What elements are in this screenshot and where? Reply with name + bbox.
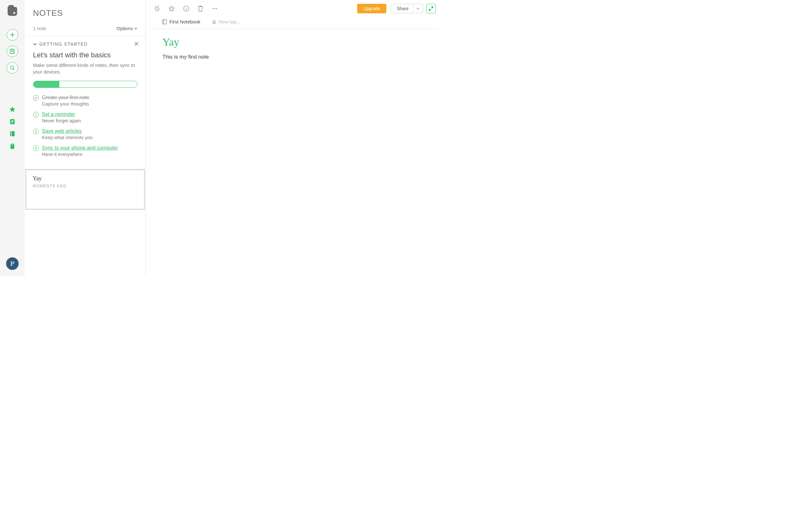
search-button[interactable] <box>7 62 18 73</box>
share-label: Share <box>397 6 409 11</box>
notes-icon[interactable] <box>9 118 15 125</box>
svg-rect-6 <box>10 131 14 136</box>
share-dropdown-toggle[interactable] <box>413 4 420 13</box>
share-button[interactable]: Share <box>391 4 423 13</box>
step-number-icon: 2 <box>33 112 39 118</box>
progress-fill <box>33 81 59 88</box>
more-icon[interactable] <box>211 5 218 12</box>
step-subtitle: Keep what interests you <box>42 135 137 140</box>
svg-point-8 <box>12 145 13 146</box>
trash-icon[interactable] <box>197 5 204 12</box>
svg-rect-14 <box>163 20 166 24</box>
note-count-label: 1 note <box>33 26 46 31</box>
upgrade-label: Upgrade <box>363 6 380 11</box>
notes-title: NOTES <box>33 8 137 18</box>
notes-header: NOTES <box>25 0 146 21</box>
avatar-letter: P <box>10 260 14 268</box>
getting-started-step: Create your first noteCapture your thoug… <box>33 95 137 107</box>
svg-point-15 <box>213 20 214 21</box>
editor-toolbar: Upgrade Share <box>146 0 442 16</box>
editor-body[interactable]: Yay This is my first note <box>146 29 442 67</box>
svg-rect-3 <box>11 120 14 121</box>
notebook-selector[interactable]: First Notebook <box>162 19 200 24</box>
notebooks-icon[interactable] <box>9 130 15 137</box>
new-notebook-button[interactable] <box>7 46 18 57</box>
step-number-icon: 3 <box>33 129 39 134</box>
svg-point-1 <box>10 66 14 69</box>
note-list-item[interactable]: Yay MOMENTS AGO <box>26 169 145 210</box>
step-title[interactable]: Set a reminder <box>42 112 137 117</box>
notes-column: NOTES 1 note Options GETTING STARTED Let… <box>25 0 146 276</box>
getting-started-step[interactable]: 3Save web articlesKeep what interests yo… <box>33 128 137 140</box>
shortcuts-icon[interactable] <box>9 106 16 113</box>
note-item-time: MOMENTS AGO <box>33 184 138 188</box>
getting-started-step[interactable]: 2Set a reminderNever forget again <box>33 112 137 123</box>
svg-point-11 <box>212 8 214 9</box>
svg-rect-5 <box>11 122 13 123</box>
notebook-name: First Notebook <box>169 19 200 24</box>
step-subtitle: Never forget again <box>42 118 137 123</box>
upgrade-button[interactable]: Upgrade <box>357 4 386 13</box>
expand-icon <box>428 6 434 11</box>
chevron-down-icon <box>33 42 37 46</box>
tags-icon[interactable] <box>9 143 15 150</box>
step-title[interactable]: Save web articles <box>42 128 137 134</box>
svg-rect-7 <box>11 131 12 136</box>
shortcut-star-icon[interactable] <box>168 5 175 12</box>
chevron-down-icon <box>416 7 420 10</box>
getting-started-description: Make some different kinds of notes, then… <box>33 62 137 75</box>
close-getting-started-button[interactable] <box>134 42 139 46</box>
chevron-down-icon <box>134 27 137 30</box>
tag-input[interactable]: New tag... <box>212 19 241 24</box>
getting-started-progress <box>33 81 137 88</box>
notes-subheader: 1 note Options <box>25 21 146 36</box>
getting-started-header[interactable]: GETTING STARTED <box>33 42 137 47</box>
step-subtitle: Have it everywhere <box>42 152 137 157</box>
step-title[interactable]: Sync to your phone and computer <box>42 145 137 151</box>
note-content[interactable]: This is my first note <box>162 54 425 60</box>
notebook-icon <box>162 19 167 24</box>
step-number-icon <box>33 95 39 101</box>
note-editor: Upgrade Share First Notebook New tag... … <box>146 0 442 276</box>
step-subtitle: Capture your thoughts <box>42 101 137 107</box>
close-icon <box>134 42 139 46</box>
getting-started-step[interactable]: 4Sync to your phone and computerHave it … <box>33 145 137 157</box>
step-title: Create your first note <box>42 95 137 101</box>
svg-point-13 <box>216 8 217 9</box>
note-title[interactable]: Yay <box>162 36 425 48</box>
getting-started-title: Let's start with the basics <box>33 51 137 59</box>
note-item-title: Yay <box>33 175 138 182</box>
getting-started-label: GETTING STARTED <box>39 42 88 47</box>
expand-button[interactable] <box>426 4 436 13</box>
reminder-icon[interactable] <box>154 5 160 12</box>
tag-icon <box>212 19 216 24</box>
info-icon[interactable] <box>183 5 190 12</box>
elephant-logo-icon[interactable] <box>6 4 19 17</box>
editor-meta-bar: First Notebook New tag... <box>150 16 438 29</box>
svg-point-12 <box>214 8 215 9</box>
step-number-icon: 4 <box>33 146 39 151</box>
left-rail: P <box>0 0 25 276</box>
notes-options-dropdown[interactable]: Options <box>116 26 137 31</box>
new-note-button[interactable] <box>7 29 18 41</box>
tag-placeholder: New tag... <box>219 19 241 24</box>
getting-started-panel: GETTING STARTED Let's start with the bas… <box>25 36 146 169</box>
account-avatar[interactable]: P <box>6 257 19 270</box>
svg-rect-4 <box>11 121 14 122</box>
options-label: Options <box>116 26 133 31</box>
